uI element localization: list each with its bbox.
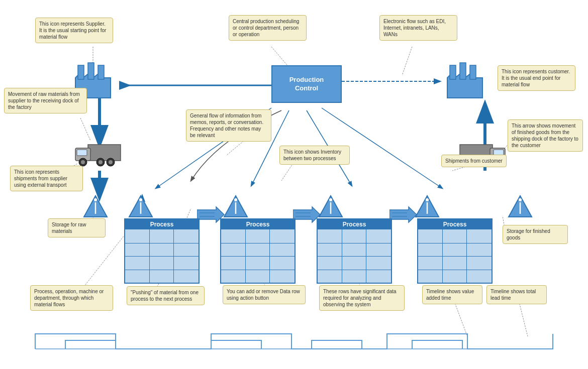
- callout-raw-movement: Movement of raw materials from supplier …: [4, 88, 87, 113]
- svg-rect-31: [88, 63, 94, 79]
- inventory-triangle-1: [128, 195, 153, 220]
- customer-factory: [442, 60, 487, 101]
- inventory-triangle-right: [508, 195, 533, 220]
- callout-data-row-desc: You can add or remove Data row using act…: [223, 285, 306, 304]
- svg-line-12: [402, 47, 412, 75]
- process-box-3: Process: [317, 218, 392, 284]
- canvas: ProductionControl: [0, 0, 588, 369]
- callout-customer-desc: This icon represents customer. It is the…: [498, 65, 575, 91]
- callout-raw-storage: Storage for raw materials: [48, 218, 106, 237]
- svg-point-66: [329, 198, 332, 201]
- svg-rect-37: [88, 145, 121, 161]
- svg-point-43: [109, 160, 113, 164]
- callout-info-flow: General flow of information from memos, …: [186, 109, 271, 142]
- svg-point-60: [139, 198, 142, 201]
- inventory-triangle-2: [223, 195, 248, 220]
- svg-point-57: [94, 198, 97, 201]
- inventory-triangle-4: [415, 195, 440, 220]
- callout-push-desc: "Pushing" of material from one process t…: [127, 286, 205, 305]
- process-label-1: Process: [125, 219, 199, 229]
- callout-finished-movement: This arrow shows movement of finished go…: [508, 119, 583, 152]
- svg-point-72: [519, 198, 522, 201]
- callout-electronic-flow: Electronic flow such as EDI, Internet, i…: [379, 15, 457, 41]
- process-label-3: Process: [318, 219, 391, 229]
- svg-rect-32: [98, 65, 104, 79]
- callout-data-rows-sig: These rows have significant data require…: [319, 285, 405, 311]
- callout-process-desc: Process, operation, machine or departmen…: [30, 285, 113, 311]
- svg-rect-35: [460, 63, 466, 79]
- process-box-2: Process: [220, 218, 296, 284]
- push-arrow-3: [389, 206, 417, 224]
- svg-rect-39: [77, 150, 87, 156]
- svg-rect-30: [78, 65, 84, 79]
- inventory-triangle-3: [318, 195, 343, 220]
- process-box-1: Process: [124, 218, 200, 284]
- prod-control-label: ProductionControl: [289, 76, 324, 93]
- process-box-4: Process: [417, 218, 493, 284]
- svg-line-14: [80, 118, 90, 141]
- svg-rect-36: [470, 65, 476, 79]
- callout-supplier-desc: This icon represents Supplier. It is the…: [35, 18, 113, 43]
- arrows-svg: [0, 0, 588, 369]
- callout-inventory-desc: This icon shows Inventory between two pr…: [279, 146, 350, 165]
- callout-finished-storage: Storage for finished goods: [503, 225, 568, 244]
- process-label-4: Process: [418, 219, 492, 229]
- svg-rect-34: [450, 65, 456, 79]
- callout-supplier-transport: This icon represents shipments from supp…: [10, 166, 83, 191]
- callout-timeline-value: Timeline shows value added time: [422, 285, 482, 304]
- svg-marker-79: [389, 207, 417, 222]
- svg-point-69: [426, 198, 429, 201]
- inventory-triangle-left: [83, 195, 108, 220]
- process-label-2: Process: [221, 219, 295, 229]
- callout-timeline-total: Timeline shows total lead time: [486, 285, 547, 304]
- svg-point-41: [81, 160, 85, 164]
- svg-point-63: [234, 198, 237, 201]
- svg-marker-76: [293, 207, 320, 222]
- svg-point-45: [99, 160, 103, 164]
- callout-customer-shipments: Shipments from customer: [441, 155, 507, 167]
- callout-central-prod: Central production scheduling or control…: [229, 15, 307, 41]
- production-control-box: ProductionControl: [271, 65, 342, 103]
